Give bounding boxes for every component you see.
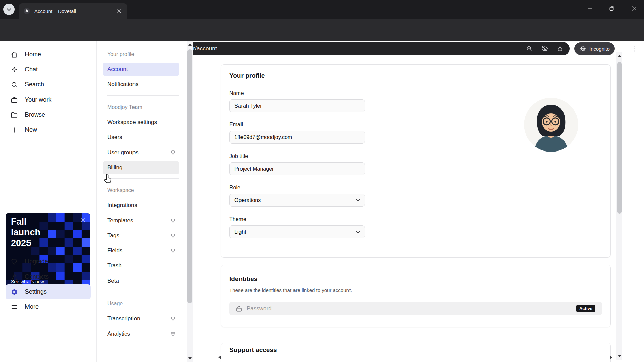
profile-card: Your profile Name Email Job title Role O… — [221, 64, 611, 258]
settings-nav-item-trash[interactable]: Trash — [103, 259, 179, 273]
gear-icon — [11, 288, 18, 296]
profile-card-title: Your profile — [229, 72, 602, 79]
settings-nav-label: Account — [107, 66, 128, 73]
sidebar-item-more[interactable]: More — [0, 299, 96, 314]
password-label: Password — [247, 305, 272, 312]
settings-nav-label: Notifications — [107, 81, 139, 88]
app-sidebar: Home Chat Search Your work Browse New — [0, 41, 97, 362]
tab-search-button[interactable] — [3, 4, 15, 15]
main-scrollbar[interactable] — [616, 52, 622, 360]
status-badge: Active — [576, 305, 595, 312]
settings-nav-item-tags[interactable]: Tags — [103, 229, 179, 242]
settings-nav-item-workspace-settings[interactable]: Workspace settings — [103, 116, 179, 129]
settings-section-header: Workspace — [103, 184, 179, 197]
browser-menu-button[interactable] — [628, 42, 641, 55]
tab-close-icon[interactable] — [115, 7, 123, 15]
settings-section-header: Moodjoy Team — [103, 101, 179, 114]
window-minimize-button[interactable] — [580, 0, 600, 17]
zoom-button[interactable] — [525, 44, 534, 53]
upgrade-gem-icon — [170, 331, 176, 337]
settings-section-header: Your profile — [103, 48, 179, 61]
promo-close-icon[interactable] — [79, 217, 87, 224]
settings-nav-item-integrations[interactable]: Integrations — [103, 199, 179, 212]
settings-nav-item-account[interactable]: Account — [103, 63, 179, 76]
email-input[interactable] — [229, 131, 365, 144]
role-select-value: Operations — [234, 197, 261, 203]
restore-icon — [609, 6, 614, 11]
scroll-right-button[interactable] — [608, 355, 614, 360]
settings-nav-item-transcription[interactable]: Transcription — [103, 312, 179, 325]
divider — [107, 178, 179, 179]
upgrade-gem-icon — [170, 233, 176, 238]
settings-nav-item-users[interactable]: Users — [103, 131, 179, 144]
settings-nav-label: Users — [107, 134, 122, 141]
job-title-input[interactable] — [229, 162, 365, 175]
role-select[interactable]: Operations — [229, 194, 365, 207]
folder-icon — [11, 111, 18, 119]
scrollbar-thumb[interactable] — [617, 62, 622, 214]
sidebar-item-label: Upgrade — [25, 258, 48, 265]
settings-nav-label: User groups — [107, 149, 139, 156]
browser-tab[interactable]: Account – Dovetail — [19, 3, 127, 19]
settings-nav-item-templates[interactable]: Templates — [103, 214, 179, 227]
browser-window: Account – Dovetail — [0, 0, 644, 362]
window-close-button[interactable] — [624, 0, 644, 17]
name-input[interactable] — [229, 99, 365, 112]
settings-nav-item-notifications[interactable]: Notifications — [103, 78, 179, 91]
upgrade-gem-icon — [170, 248, 176, 253]
scroll-down-button[interactable] — [616, 352, 622, 360]
settings-nav-item-beta[interactable]: Beta — [103, 274, 179, 288]
sidebar-item-chat[interactable]: Chat — [0, 62, 96, 77]
new-tab-button[interactable] — [133, 5, 145, 17]
settings-nav-label: Analytics — [107, 330, 130, 337]
sidebar-item-label: Your work — [25, 96, 51, 103]
lock-icon — [236, 306, 242, 312]
star-icon — [557, 45, 564, 52]
sidebar-item-search[interactable]: Search — [0, 77, 96, 92]
theme-select-value: Light — [234, 229, 246, 235]
identities-card-title: Identities — [229, 275, 602, 283]
avatar — [524, 98, 578, 152]
divider — [107, 95, 179, 96]
sidebar-item-browse[interactable]: Browse — [0, 107, 96, 122]
sidebar-item-new[interactable]: New — [0, 122, 96, 137]
minimize-icon — [588, 8, 592, 9]
support-card-title: Support access — [229, 346, 602, 354]
sidebar-item-upgrade[interactable]: Upgrade — [0, 254, 96, 269]
scroll-up-button[interactable] — [187, 41, 193, 48]
upgrade-gem-icon — [170, 316, 176, 321]
settings-nav-item-fields[interactable]: Fields — [103, 244, 179, 257]
sidebar-item-home[interactable]: Home — [0, 47, 96, 62]
scroll-left-button[interactable] — [216, 355, 222, 360]
role-field-group: Role Operations — [229, 185, 365, 207]
sidebar-item-settings[interactable]: Settings — [6, 284, 91, 299]
scroll-down-button[interactable] — [187, 355, 193, 362]
settings-nav-item-analytics[interactable]: Analytics — [103, 327, 179, 341]
dovetail-favicon — [23, 8, 30, 14]
sidebar-item-label: Browse — [25, 111, 45, 118]
settings-nav-item-user-groups[interactable]: User groups — [103, 146, 179, 159]
sidebar-item-your-work[interactable]: Your work — [0, 92, 96, 107]
name-label: Name — [229, 90, 365, 96]
scrollbar-thumb[interactable] — [187, 49, 192, 303]
settings-nav-scrollbar[interactable] — [187, 41, 193, 362]
theme-select[interactable]: Light — [229, 225, 365, 238]
window-restore-button[interactable] — [602, 0, 622, 17]
theme-field-group: Theme Light — [229, 216, 365, 238]
sparkle-icon — [11, 66, 18, 73]
scroll-up-button[interactable] — [616, 52, 622, 59]
settings-nav-label: Templates — [107, 217, 133, 224]
search-icon — [11, 81, 18, 88]
settings-nav-label: Beta — [107, 278, 119, 284]
password-identity-row[interactable]: Password Active — [229, 302, 602, 315]
bookmark-button[interactable] — [555, 44, 565, 53]
password-preview-button[interactable] — [540, 44, 549, 53]
person-icon — [11, 273, 18, 281]
tab-title: Account – Dovetail — [34, 8, 115, 14]
sidebar-item-contacts[interactable]: Contacts — [0, 269, 96, 284]
incognito-badge[interactable]: Incognito — [574, 42, 615, 55]
identities-card: Identities These are the identities that… — [221, 265, 611, 327]
settings-nav-item-billing[interactable]: Billing — [103, 161, 179, 174]
sidebar-item-label: Home — [25, 51, 41, 58]
zoom-in-icon — [526, 45, 533, 52]
